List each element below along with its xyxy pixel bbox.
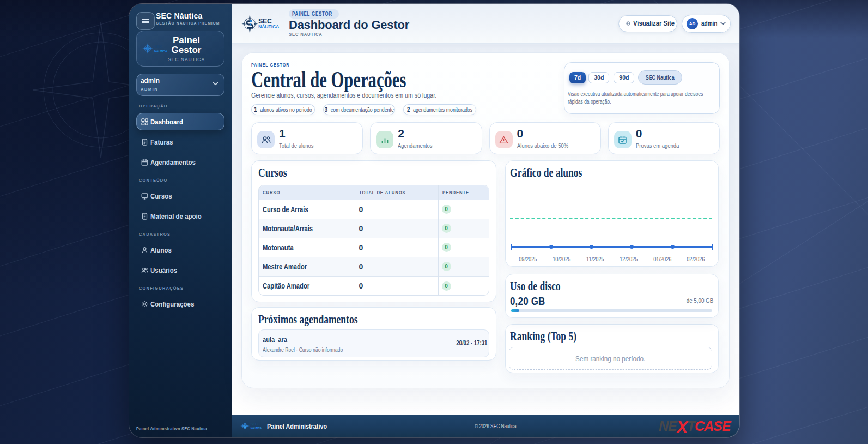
svg-text:S: S — [244, 424, 246, 429]
svg-text:SEC: SEC — [251, 422, 258, 426]
svg-text:S: S — [146, 46, 149, 51]
svg-text:NÁUTICA: NÁUTICA — [258, 24, 280, 29]
svg-text:NÁUTICA: NÁUTICA — [251, 427, 262, 430]
svg-text:SEC: SEC — [154, 44, 163, 49]
svg-text:NÁUTICA: NÁUTICA — [154, 50, 168, 53]
